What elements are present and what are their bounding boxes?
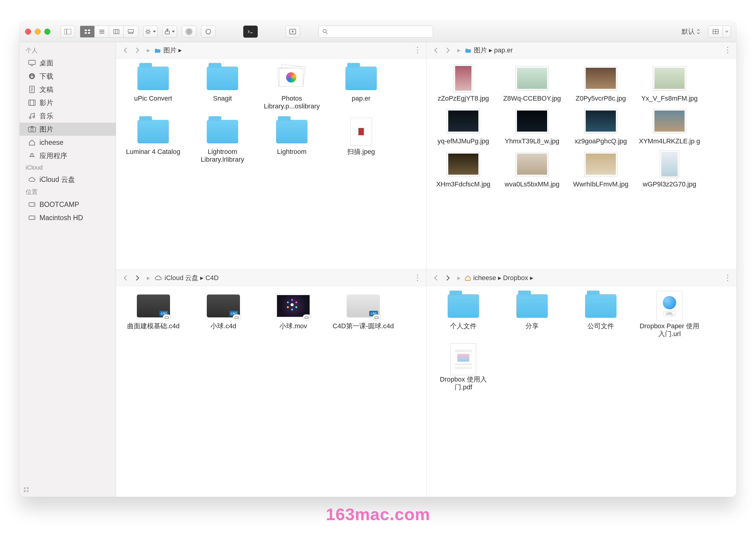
file-item[interactable]: wva0Ls5bxMM.jpg xyxy=(498,150,566,188)
airdrop-button[interactable] xyxy=(182,26,196,38)
chevron-right-icon: ▸ xyxy=(200,274,203,282)
breadcrumb[interactable]: icheese xyxy=(465,274,496,282)
file-item[interactable]: uPic Convert xyxy=(119,64,188,111)
nav-forward-button[interactable] xyxy=(132,273,143,283)
file-item[interactable]: 公司文件 xyxy=(566,292,635,338)
nav-back-button[interactable] xyxy=(431,273,441,283)
sidebar-item-doc[interactable]: 文稿 xyxy=(20,83,116,96)
search-input[interactable] xyxy=(319,26,433,38)
breadcrumb[interactable]: pap.er xyxy=(494,46,513,54)
file-item[interactable]: 扫描.jpeg xyxy=(326,118,396,164)
file-item[interactable]: Lightroom xyxy=(257,118,326,164)
file-item[interactable]: Dropbox 使用入门.pdf xyxy=(429,345,498,392)
sidebar-grid-icon[interactable] xyxy=(23,487,30,493)
sidebar-item-download[interactable]: 下载 xyxy=(20,69,116,83)
view-list-button[interactable] xyxy=(94,26,109,37)
svg-rect-46 xyxy=(29,100,35,105)
tags-button[interactable] xyxy=(201,26,216,38)
folder-icon xyxy=(585,294,616,318)
file-item[interactable]: xz9goaPghcQ.jpg xyxy=(566,107,635,145)
share-menu-button[interactable] xyxy=(162,26,177,38)
nav-forward-button[interactable] xyxy=(132,45,143,55)
file-item[interactable]: XHm3FdcfscM.jpg xyxy=(429,150,498,188)
breadcrumb[interactable]: C4D xyxy=(205,274,219,282)
file-item[interactable]: yq-efMJMuPg.jpg xyxy=(429,107,498,145)
share-icon xyxy=(165,29,170,35)
pane-menu-button[interactable]: ⋮ xyxy=(414,45,422,55)
sidebar-item-photo[interactable]: 图片 xyxy=(20,123,116,136)
file-item[interactable]: Luminar 4 Catalog xyxy=(119,118,188,164)
breadcrumb[interactable]: Dropbox xyxy=(503,274,528,282)
close-button[interactable] xyxy=(25,29,31,35)
url-file-icon: URL xyxy=(657,291,683,321)
sidebar-item-disk[interactable]: Macintosh HD xyxy=(20,211,116,224)
file-thumb xyxy=(447,150,480,178)
file-item[interactable]: C4D第一课-圆球.c4d xyxy=(328,292,398,330)
nav-back-button[interactable] xyxy=(431,45,441,55)
pane-menu-button[interactable]: ⋮ xyxy=(724,45,732,55)
pane-layout-drop[interactable] xyxy=(723,26,731,37)
view-icon-button[interactable] xyxy=(80,26,94,37)
action-menu-button[interactable] xyxy=(143,26,158,38)
sidebar-item-music[interactable]: 音乐 xyxy=(20,109,116,123)
view-mode-segmented[interactable] xyxy=(80,26,138,38)
file-item[interactable]: 个人文件 xyxy=(429,292,498,338)
desktop-icon xyxy=(28,59,36,67)
view-gallery-button[interactable] xyxy=(123,26,138,37)
pane-menu-button[interactable]: ⋮ xyxy=(724,273,732,283)
minimize-button[interactable] xyxy=(35,29,41,35)
file-item[interactable]: URLDropbox Paper 使用入门.url xyxy=(635,292,704,338)
file-thumb xyxy=(515,150,549,178)
chevron-right-icon: ▸ xyxy=(489,46,492,54)
file-item[interactable]: Photos Library.p...oslibrary xyxy=(257,64,326,111)
zoom-button[interactable] xyxy=(44,29,50,35)
sidebar-item-cloud[interactable]: iCloud 云盘 xyxy=(20,173,116,186)
file-item[interactable]: WwrhIbLFmvM.jpg xyxy=(566,150,635,188)
file-item[interactable]: YhmxT39L8_w.jpg xyxy=(498,107,566,145)
breadcrumb[interactable]: 图片 xyxy=(154,46,176,55)
file-item[interactable]: zZoPzEgjYT8.jpg xyxy=(429,64,498,102)
pane-layout-segmented[interactable] xyxy=(708,26,731,38)
toggle-sidebar-button[interactable] xyxy=(61,26,75,38)
file-item[interactable]: Snagit xyxy=(188,64,257,111)
sidebar-item-home[interactable]: icheese xyxy=(20,136,116,149)
sidebar-item-film[interactable]: 影片 xyxy=(20,96,116,109)
file-label: YhmxT39L8_w.jpg xyxy=(505,137,559,145)
panes-grid: ▸图片▸⋮uPic ConvertSnagitPhotos Library.p.… xyxy=(116,42,736,497)
breadcrumb[interactable]: iCloud 云盘 xyxy=(154,273,198,283)
watermark: 163mac.com xyxy=(326,504,430,524)
file-label: Dropbox Paper 使用入门.url xyxy=(638,322,701,338)
sidebar-item-label: iCloud 云盘 xyxy=(40,175,75,184)
nav-forward-button[interactable] xyxy=(443,45,453,55)
file-item[interactable]: Lightroom Library.lrlibrary xyxy=(188,118,257,164)
single-pane-button[interactable] xyxy=(708,26,723,37)
file-item[interactable]: Z0Py5vcrP8c.jpg xyxy=(566,64,635,102)
file-item[interactable]: 曲面建模基础.c4d xyxy=(119,292,188,330)
sidebar-item-apps[interactable]: 应用程序 xyxy=(20,149,116,162)
nav-forward-button[interactable] xyxy=(443,273,453,283)
svg-point-54 xyxy=(32,155,33,156)
file-label: Photos Library.p...oslibrary xyxy=(260,94,323,111)
file-item[interactable]: pap.er xyxy=(326,64,396,111)
nav-back-button[interactable] xyxy=(120,273,130,283)
file-item[interactable]: wGP9l3z2G70.jpg xyxy=(635,150,704,188)
terminal-button[interactable] xyxy=(243,26,258,38)
nav-back-button[interactable] xyxy=(120,45,130,55)
file-item[interactable]: 小球.mov xyxy=(258,292,328,330)
view-column-button[interactable] xyxy=(109,26,123,37)
breadcrumb[interactable]: 图片 xyxy=(465,46,487,55)
sort-menu[interactable]: 默认 xyxy=(682,27,700,36)
pane-menu-button[interactable]: ⋮ xyxy=(414,273,422,283)
sidebar-item-disk[interactable]: BOOTCAMP xyxy=(20,198,116,211)
file-label: 小球.c4d xyxy=(210,322,236,330)
folder-icon xyxy=(276,120,308,143)
open-in-new-button[interactable] xyxy=(285,26,300,38)
sidebar-item-desktop[interactable]: 桌面 xyxy=(20,56,116,69)
file-item[interactable]: XYMm4LRKZLE.jp g xyxy=(635,107,704,145)
file-item[interactable]: Z8Wq-CCEBOY.jpg xyxy=(498,64,566,102)
file-item[interactable]: Yx_V_Fs8mFM.jpg xyxy=(635,64,704,102)
file-label: XYMm4LRKZLE.jp g xyxy=(639,137,700,145)
file-item[interactable]: 分享 xyxy=(498,292,566,338)
file-label: Z8Wq-CCEBOY.jpg xyxy=(503,94,561,102)
file-item[interactable]: 小球.c4d xyxy=(188,292,258,330)
